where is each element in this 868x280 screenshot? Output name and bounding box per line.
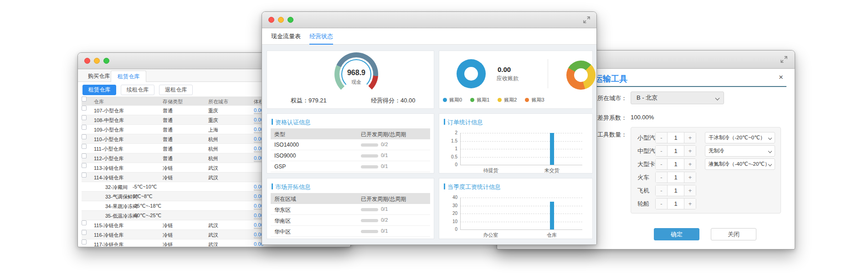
col-progress: 已开发周期/总周期 (361, 195, 406, 203)
minus-button[interactable]: - (656, 146, 668, 156)
row-checkbox[interactable] (82, 144, 87, 149)
cooling-select[interactable]: 无制冷 (705, 145, 775, 157)
row-checkbox[interactable] (82, 230, 87, 235)
orders-bar-chart: 00.511.52待提货未交货 (439, 114, 592, 173)
row-checkbox[interactable] (82, 173, 87, 178)
return-warehouse-button[interactable]: 退租仓库 (159, 85, 193, 95)
gridline (460, 149, 582, 149)
row-checkbox[interactable] (82, 125, 87, 130)
mini-table-header: 所在区域 已开发周期/总周期 (271, 193, 430, 204)
minimize-window-button[interactable] (278, 17, 284, 23)
plus-button[interactable]: + (684, 146, 696, 156)
row-checkbox[interactable] (82, 115, 87, 120)
legend-item[interactable]: 账期1 (470, 97, 489, 103)
minus-button[interactable]: - (656, 159, 668, 169)
legend-item[interactable]: 账期0 (443, 97, 462, 103)
salary-card: 当季度工资统计信息 010203040办公室仓库 (439, 178, 593, 239)
cooling-select[interactable]: 干冰制冷（-20℃~0℃） (705, 132, 775, 143)
zoom-window-button[interactable] (288, 17, 293, 23)
quantity-stepper: -1+ (655, 145, 696, 157)
plus-button[interactable]: + (684, 199, 696, 209)
row-checkbox[interactable] (82, 153, 87, 158)
row-checkbox[interactable] (82, 239, 87, 244)
legend-label: 账期1 (477, 97, 489, 103)
qualification-row[interactable]: GSP0/1 (271, 161, 430, 172)
row-checkbox[interactable] (82, 134, 87, 139)
legend-label: 账期0 (449, 97, 462, 103)
market-row[interactable]: 华东区0/1 (271, 204, 430, 215)
city: 重庆 (208, 107, 218, 114)
y-tick-label: 0 (442, 227, 457, 232)
progress-value: 0/2 (381, 217, 388, 223)
market-row[interactable]: 华中区0/1 (271, 226, 430, 237)
market-row[interactable]: 华南区0/2 (271, 215, 430, 226)
tab-rent-warehouse[interactable]: 租赁仓库 (111, 71, 146, 82)
minus-button[interactable]: - (656, 132, 668, 143)
dashboard-content: 968.9 现金 权益：979.21 经营得分：40.00 0.00 应收账款 … (262, 45, 596, 244)
row-checkbox[interactable] (82, 106, 87, 111)
cooling-select[interactable]: 液氮制冷（-40℃~-20℃） (705, 158, 775, 170)
traffic-lights (84, 58, 109, 64)
row-name: GSP (274, 163, 286, 170)
gridline (460, 222, 582, 222)
city-select-value: B - 北京 (637, 94, 657, 101)
y-axis (460, 133, 461, 165)
y-tick-label: 0.5 (442, 154, 457, 159)
col-region: 所在区域 (274, 195, 296, 203)
y-tick-label: 30 (442, 203, 457, 208)
progress-value: 0/1 (381, 163, 388, 169)
legend-dot (470, 98, 474, 102)
select-all-checkbox[interactable] (82, 97, 87, 102)
qualification-row[interactable]: ISO140000/2 (271, 139, 430, 150)
cooling-select-value: 液氮制冷（-40℃~-20℃） (709, 161, 770, 167)
renew-warehouse-button[interactable]: 续租仓库 (121, 85, 154, 95)
expand-icon[interactable] (781, 56, 787, 63)
storage-type: 冷链 (163, 222, 173, 229)
expand-icon[interactable] (583, 16, 590, 23)
plus-button[interactable]: + (684, 132, 696, 143)
tab-cash-flow[interactable]: 现金流量表 (271, 28, 301, 45)
zoom-window-button[interactable] (103, 58, 109, 64)
close-window-button[interactable] (268, 17, 274, 23)
close-icon[interactable]: × (779, 73, 783, 81)
window-titlebar[interactable] (262, 12, 596, 28)
warehouse-name: 107-小型仓库 (94, 107, 124, 114)
progress-pill (361, 208, 378, 211)
storage-type: 普通 (163, 136, 173, 143)
close-button[interactable]: 关闭 (711, 228, 756, 240)
warehouse-name: 112-小型仓库 (94, 155, 123, 162)
row-checkbox[interactable] (82, 220, 87, 225)
row-name: 华中区 (274, 228, 291, 236)
minus-button[interactable]: - (656, 199, 668, 209)
legend-item[interactable]: 账期3 (525, 97, 544, 103)
warehouse-name: 111-小型仓库 (94, 146, 123, 153)
plus-button[interactable]: + (684, 172, 696, 183)
minus-button[interactable]: - (656, 185, 668, 196)
row-name: ISO14000 (274, 142, 299, 148)
bar (550, 202, 554, 229)
gridline (460, 229, 582, 230)
progress-pill (361, 154, 378, 158)
city: 杭州 (208, 146, 218, 153)
gridline (460, 206, 582, 206)
progress-pill (361, 143, 378, 147)
minus-button[interactable]: - (656, 172, 668, 183)
city-select[interactable]: B - 北京 (631, 92, 724, 104)
y-tick-label: 10 (442, 219, 457, 224)
legend-dot (498, 98, 502, 102)
row-checkbox[interactable] (82, 163, 87, 168)
cooling-select-value: 干冰制冷（-20℃~0℃） (709, 135, 765, 140)
tab-operating-status[interactable]: 经营状态 (309, 28, 333, 45)
gridline (460, 198, 582, 198)
confirm-button[interactable]: 确定 (654, 228, 699, 240)
minimize-window-button[interactable] (94, 58, 100, 64)
warehouse-actions: 租赁仓库 续租仓库 退租仓库 (82, 85, 193, 95)
qualification-row[interactable]: ISO90000/1 (271, 150, 430, 161)
plus-button[interactable]: + (684, 185, 696, 196)
quantity-stepper: -1+ (655, 172, 696, 183)
room-temperature: 0℃~8℃ (133, 193, 152, 199)
rent-warehouse-button[interactable]: 租赁仓库 (82, 85, 116, 95)
close-window-button[interactable] (84, 58, 90, 64)
legend-item[interactable]: 账期2 (498, 97, 517, 103)
plus-button[interactable]: + (684, 159, 696, 169)
